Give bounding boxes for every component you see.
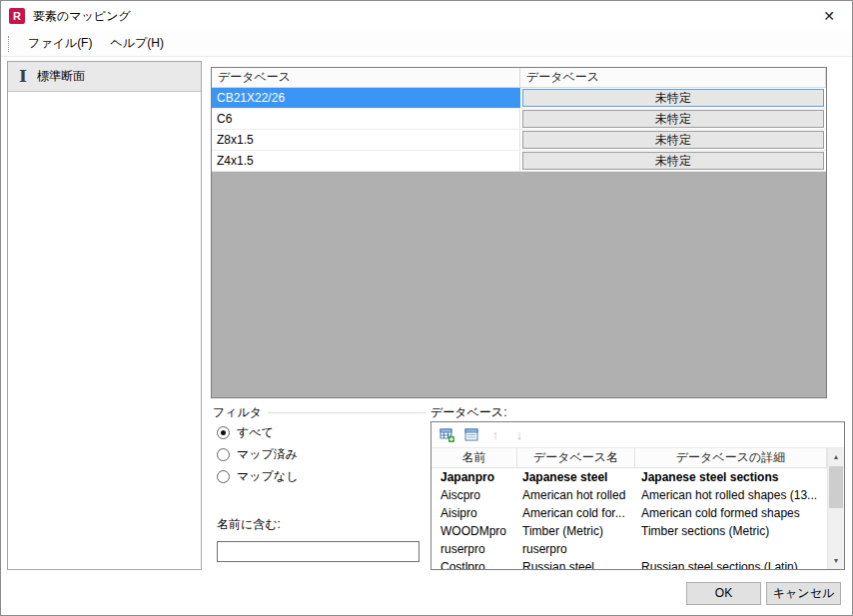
database-label: データベース:	[430, 404, 506, 421]
db-row-name[interactable]: WOODMpro	[431, 522, 517, 540]
mapping-header-source[interactable]: データベース	[212, 68, 520, 88]
db-row-desc[interactable]: American cold formed shapes	[635, 504, 827, 522]
db-row[interactable]: Aisipro American cold for... American co…	[431, 504, 827, 522]
name-contains-label: 名前に含む:	[217, 516, 426, 533]
db-row[interactable]: ruserpro ruserpro	[431, 540, 827, 558]
mapping-row-value-cell: 未特定	[520, 130, 826, 150]
app-icon: R	[9, 8, 25, 24]
mapping-row-name[interactable]: CB21X22/26	[212, 88, 520, 108]
mapping-grid: データベース データベース CB21X22/26 未特定 C6 未特定 Z8x1…	[211, 67, 827, 398]
db-column-details[interactable]: データベースの詳細	[635, 448, 827, 468]
mapping-grid-header: データベース データベース	[212, 68, 826, 88]
menu-gripper-icon[interactable]	[8, 36, 11, 52]
mapping-row-value-cell: 未特定	[520, 109, 826, 129]
db-row[interactable]: Aiscpro American hot rolled American hot…	[431, 486, 827, 504]
radio-unmapped-label: マップなし	[237, 468, 298, 485]
mapping-row[interactable]: Z4x1.5 未特定	[212, 151, 826, 172]
db-row-dbname[interactable]: American cold for...	[517, 504, 635, 522]
radio-all-label: すべて	[237, 424, 274, 441]
mapping-row[interactable]: Z8x1.5 未特定	[212, 130, 826, 151]
filter-option-unmapped[interactable]: マップなし	[217, 466, 426, 486]
database-toolbar: ↑ ↓	[431, 422, 844, 448]
db-row-name[interactable]: Aisipro	[431, 504, 517, 522]
radio-mapped-label: マップ済み	[237, 446, 298, 463]
section-list: I 標準断面	[7, 61, 202, 570]
mapping-row[interactable]: CB21X22/26 未特定	[212, 88, 826, 109]
close-icon[interactable]: ✕	[814, 4, 844, 28]
mapping-row-name[interactable]: Z4x1.5	[212, 151, 520, 171]
database-properties-icon[interactable]	[461, 425, 481, 445]
menu-item-help[interactable]: ヘルプ(H)	[101, 31, 173, 56]
scroll-thumb[interactable]	[829, 466, 843, 508]
db-row[interactable]: Japanpro Japanese steel Japanese steel s…	[431, 468, 827, 486]
sidebar-item-label: 標準断面	[37, 68, 85, 85]
db-row-name[interactable]: Costlpro	[431, 558, 517, 569]
window-title: 要素のマッピング	[33, 8, 131, 25]
db-row-dbname[interactable]: Timber (Metric)	[517, 522, 635, 540]
database-table-body: Japanpro Japanese steel Japanese steel s…	[431, 468, 827, 569]
titlebar[interactable]: R 要素のマッピング ✕	[1, 1, 852, 31]
scroll-down-icon[interactable]: ▼	[828, 552, 844, 569]
mapping-row-value-cell: 未特定	[520, 151, 826, 171]
db-row-name[interactable]: Aiscpro	[431, 486, 517, 504]
mapping-row-name[interactable]: C6	[212, 109, 520, 129]
filter-group: フィルタ すべて マップ済み マップなし 名前に含む:	[213, 404, 426, 570]
cancel-button[interactable]: キャンセル	[766, 582, 841, 605]
db-row-dbname[interactable]: American hot rolled	[517, 486, 635, 504]
radio-all-icon[interactable]	[217, 426, 230, 439]
db-column-dbname[interactable]: データベース名	[517, 448, 635, 468]
db-row-desc[interactable]: Timber sections (Metric)	[635, 522, 827, 540]
filter-option-mapped[interactable]: マップ済み	[217, 444, 426, 464]
filter-group-title: フィルタ	[213, 404, 262, 421]
mapping-row[interactable]: C6 未特定	[212, 109, 826, 130]
db-row-desc[interactable]: American hot rolled shapes (13...	[635, 486, 827, 504]
add-database-icon[interactable]	[437, 425, 457, 445]
database-table-header: 名前 データベース名 データベースの詳細	[431, 448, 827, 468]
db-row-name[interactable]: Japanpro	[431, 468, 517, 486]
db-row-name[interactable]: ruserpro	[431, 540, 517, 558]
db-scrollbar[interactable]: ▲ ▼	[827, 448, 844, 569]
db-column-name[interactable]: 名前	[431, 448, 517, 468]
name-contains-input[interactable]	[217, 541, 420, 562]
unmapped-button[interactable]: 未特定	[522, 89, 824, 107]
mapping-row-name[interactable]: Z8x1.5	[212, 130, 520, 150]
unmapped-button[interactable]: 未特定	[522, 131, 824, 149]
ibeam-icon: I	[17, 68, 29, 85]
db-row[interactable]: WOODMpro Timber (Metric) Timber sections…	[431, 522, 827, 540]
db-row-dbname[interactable]: Japanese steel	[517, 468, 635, 486]
radio-mapped-icon[interactable]	[217, 448, 230, 461]
db-row-desc[interactable]	[635, 540, 827, 558]
mapping-row-value-cell: 未特定	[520, 88, 826, 108]
mapping-header-target[interactable]: データベース	[520, 68, 826, 88]
db-row-dbname[interactable]: ruserpro	[517, 540, 635, 558]
move-down-icon[interactable]: ↓	[509, 425, 529, 445]
ok-button[interactable]: OK	[686, 582, 761, 605]
radio-unmapped-icon[interactable]	[217, 470, 230, 483]
filter-option-all[interactable]: すべて	[217, 422, 426, 442]
database-panel: ↑ ↓ 名前 データベース名 データベースの詳細 Japanpro Japane…	[430, 421, 845, 570]
menubar: ファイル(F) ヘルプ(H)	[1, 31, 852, 57]
unmapped-button[interactable]: 未特定	[522, 110, 824, 128]
menu-item-file[interactable]: ファイル(F)	[19, 31, 101, 56]
db-row-dbname[interactable]: Russian steel	[517, 558, 635, 569]
element-mapping-dialog: R 要素のマッピング ✕ ファイル(F) ヘルプ(H) I 標準断面 データベー…	[0, 0, 853, 616]
sidebar-item-standard-section[interactable]: I 標準断面	[8, 62, 201, 92]
unmapped-button[interactable]: 未特定	[522, 152, 824, 170]
move-up-icon[interactable]: ↑	[485, 425, 505, 445]
scroll-up-icon[interactable]: ▲	[828, 448, 844, 465]
db-row-desc[interactable]: Russian steel sections (Latin)	[635, 558, 827, 569]
db-row[interactable]: Costlpro Russian steel Russian steel sec…	[431, 558, 827, 569]
group-divider	[268, 412, 426, 413]
db-row-desc[interactable]: Japanese steel sections	[635, 468, 827, 486]
